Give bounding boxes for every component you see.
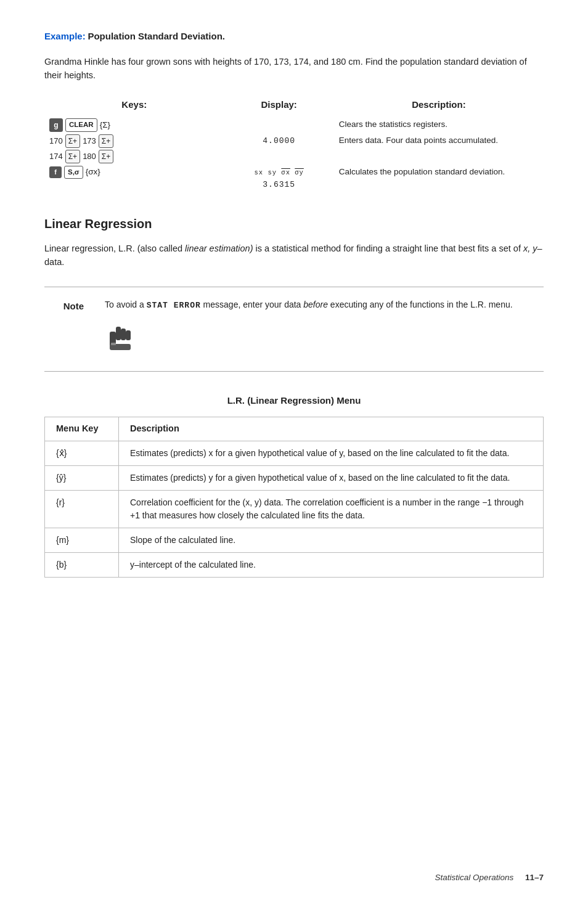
val-170: 170 xyxy=(49,135,63,147)
lr-menu-key-cell: {ŷ} xyxy=(45,465,119,490)
note-part1: To avoid a xyxy=(105,300,147,309)
lr-desc-cell: y–intercept of the calculated line. xyxy=(119,552,544,577)
sigma-plus-3: Σ+ xyxy=(65,150,80,163)
lr-text-part2: is a statistical method for finding a st… xyxy=(253,243,523,253)
col-desc-header: Description xyxy=(119,417,544,441)
svg-rect-1 xyxy=(116,327,121,340)
note-mono: STAT ERROR xyxy=(147,301,201,310)
lr-desc-cell: Estimates (predicts) y for a given hypot… xyxy=(119,465,544,490)
sigma-plus-4: Σ+ xyxy=(99,150,113,163)
lr-table-row: {x̂}Estimates (predicts) x for a given h… xyxy=(45,441,544,465)
lr-menu-key-cell: {r} xyxy=(45,490,119,528)
note-part3: executing any of the functions in the L.… xyxy=(328,300,513,309)
key-line-3: f S,σ {σx} xyxy=(49,166,219,179)
svg-rect-2 xyxy=(121,329,126,340)
keys-cell-2: 170 Σ+ 173 Σ+ 174 Σ+ 180 Σ+ xyxy=(44,133,224,165)
display-value-2: 4.0000 xyxy=(263,136,295,145)
footer: Statistical Operations 11–7 xyxy=(435,872,544,884)
sigma-plus-2: Σ+ xyxy=(99,134,113,148)
sigma-brace-key: {Σ} xyxy=(100,119,110,131)
display-annunciators: sx sy σx σy xyxy=(229,166,329,178)
lr-text-italic: linear estimation) xyxy=(185,243,253,253)
footer-title: Statistical Operations xyxy=(435,873,514,882)
note-box: Note To avoid a STAT ERROR message, ente… xyxy=(44,287,544,372)
footer-page: 11–7 xyxy=(525,873,544,882)
sigma-plus-1: Σ+ xyxy=(65,134,80,148)
example-label: Example: xyxy=(44,31,86,41)
lr-menu-title: L.R. (Linear Regression) Menu xyxy=(44,394,544,408)
val-180: 180 xyxy=(83,150,96,163)
kdd-table: Keys: Display: Description: g CLEAR {Σ} … xyxy=(44,96,544,192)
result-value: 3.6315 xyxy=(263,180,295,189)
table-row: f S,σ {σx} sx sy σx σy 3.6315 Calculates… xyxy=(44,165,544,192)
note-label: Note xyxy=(63,301,84,311)
col-desc: Description: xyxy=(334,96,544,117)
display-value-3: 3.6315 xyxy=(229,178,329,191)
footer-separator xyxy=(516,873,523,882)
desc-cell-3: Calculates the population standard devia… xyxy=(334,165,544,192)
lr-heading: Linear Regression xyxy=(44,214,544,233)
lr-table-row: {ŷ}Estimates (predicts) y for a given hy… xyxy=(45,465,544,490)
hand-icon xyxy=(105,321,141,356)
annunciators: sx sy σx σy xyxy=(255,169,304,176)
sigma-x-brace: {σx} xyxy=(86,166,100,178)
desc-cell-2: Enters data. Four data points accumulate… xyxy=(334,133,544,165)
col-display: Display: xyxy=(224,96,334,117)
val-173: 173 xyxy=(83,135,96,147)
table-row: 170 Σ+ 173 Σ+ 174 Σ+ 180 Σ+ 4.0000 Ente xyxy=(44,133,544,165)
note-italic: before xyxy=(303,300,328,309)
note-content-wrapper: To avoid a STAT ERROR message, enter you… xyxy=(105,298,536,361)
display-cell-1 xyxy=(224,117,334,133)
f2-key: f xyxy=(49,166,62,178)
display-cell-2: 4.0000 xyxy=(224,133,334,165)
s-sigma-key: S,σ xyxy=(64,166,83,179)
lr-table-row: {r}Correlation coefficient for the (x, y… xyxy=(45,490,544,528)
key-line-2b: 174 Σ+ 180 Σ+ xyxy=(49,150,113,163)
intro-text: Grandma Hinkle has four grown sons with … xyxy=(44,55,544,83)
lr-desc-cell: Estimates (predicts) x for a given hypot… xyxy=(119,441,544,465)
lr-desc-cell: Correlation coefficient for the (x, y) d… xyxy=(119,490,544,528)
col-menu-key: Menu Key xyxy=(45,417,119,441)
desc-cell-1: Clears the statistics registers. xyxy=(334,117,544,133)
lr-menu-key-cell: {m} xyxy=(45,528,119,552)
lr-table-header: Menu Key Description xyxy=(45,417,544,441)
lr-table-row: {m}Slope of the calculated line. xyxy=(45,528,544,552)
lr-intro-text: Linear regression, L.R. (also called lin… xyxy=(44,242,544,269)
example-title: Population Standard Deviation. xyxy=(88,31,225,41)
key-line-1: g CLEAR {Σ} xyxy=(49,118,219,132)
col-keys: Keys: xyxy=(44,96,224,117)
svg-rect-3 xyxy=(126,330,131,340)
key-line-2a: 170 Σ+ 173 Σ+ xyxy=(49,134,113,148)
val-174: 174 xyxy=(49,150,63,163)
example-heading: Example: Population Standard Deviation. xyxy=(44,30,544,44)
lr-xy: x, y xyxy=(523,243,537,253)
keys-cell-3: f S,σ {σx} xyxy=(44,165,224,192)
note-text: To avoid a STAT ERROR message, enter you… xyxy=(105,298,536,312)
svg-rect-5 xyxy=(111,343,116,345)
clear-key: CLEAR xyxy=(65,118,97,131)
keys-cell: g CLEAR {Σ} xyxy=(44,117,224,133)
lr-menu-key-cell: {b} xyxy=(45,552,119,577)
lr-menu-key-cell: {x̂} xyxy=(45,441,119,465)
note-icon-area xyxy=(105,321,536,361)
lr-menu-table: Menu Key Description {x̂}Estimates (pred… xyxy=(44,417,544,578)
lr-text-part1: Linear regression, L.R. (also called xyxy=(44,243,185,253)
table-row: g CLEAR {Σ} Clears the statistics regist… xyxy=(44,117,544,133)
display-cell-3: sx sy σx σy 3.6315 xyxy=(224,165,334,192)
lr-desc-cell: Slope of the calculated line. xyxy=(119,528,544,552)
lr-table-row: {b}y–intercept of the calculated line. xyxy=(45,552,544,577)
lhs-key: g xyxy=(49,118,63,132)
note-label-col: Note xyxy=(44,298,94,314)
note-part2: message, enter your data xyxy=(201,300,304,309)
